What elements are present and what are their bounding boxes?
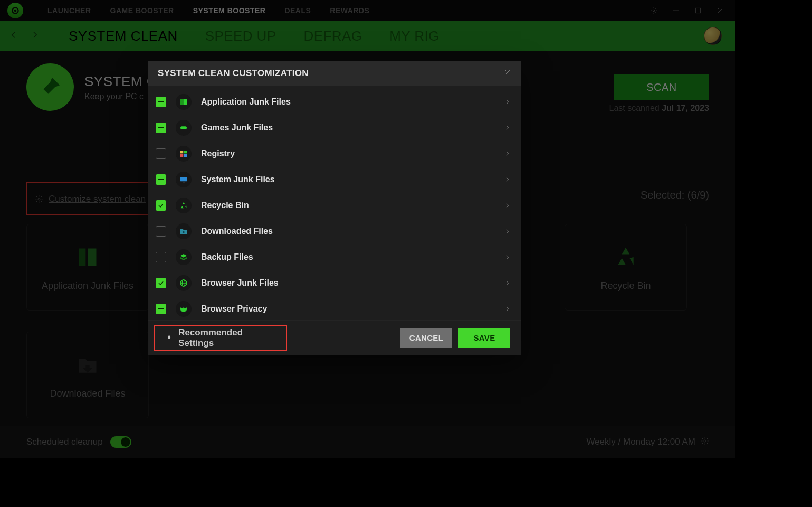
chevron-right-icon[interactable]	[505, 149, 510, 158]
category-row[interactable]: Games Junk Files	[148, 115, 521, 140]
category-icon	[176, 275, 192, 291]
svg-rect-12	[183, 99, 187, 105]
category-icon	[176, 146, 192, 162]
category-icon	[176, 249, 192, 265]
category-label: Recycle Bin	[201, 201, 495, 210]
chevron-right-icon[interactable]	[505, 123, 510, 133]
category-checkbox[interactable]	[156, 304, 166, 314]
category-label: Registry	[201, 149, 495, 158]
category-icon	[176, 301, 192, 317]
category-checkbox[interactable]	[156, 200, 166, 211]
system-clean-customization-modal: SYSTEM CLEAN CUSTOMIZATION Application J…	[148, 61, 521, 355]
modal-category-list: Application Junk FilesGames Junk FilesRe…	[148, 86, 521, 320]
chevron-right-icon[interactable]	[505, 201, 510, 210]
category-checkbox[interactable]	[156, 123, 166, 133]
category-checkbox[interactable]	[156, 148, 166, 159]
category-row[interactable]: Browser Junk Files	[148, 270, 521, 296]
chevron-right-icon[interactable]	[505, 252, 510, 262]
recommended-settings-label: Recommended Settings	[178, 327, 275, 349]
save-button[interactable]: SAVE	[458, 328, 510, 348]
category-icon	[176, 223, 192, 239]
category-row[interactable]: Downloaded Files	[148, 218, 521, 244]
category-label: Backup Files	[201, 252, 495, 262]
chevron-right-icon[interactable]	[505, 278, 510, 288]
svg-rect-15	[184, 151, 187, 153]
modal-footer: Recommended Settings CANCEL SAVE	[148, 320, 521, 355]
category-label: Games Junk Files	[201, 123, 495, 133]
svg-rect-19	[183, 182, 185, 182]
category-icon	[176, 198, 192, 213]
category-row[interactable]: Registry	[148, 140, 521, 166]
svg-rect-14	[180, 151, 183, 153]
category-label: System Junk Files	[201, 175, 495, 184]
category-label: Browser Privacy	[201, 304, 495, 314]
category-row[interactable]: Browser Privacy	[148, 296, 521, 320]
svg-rect-13	[180, 126, 187, 129]
category-icon	[176, 172, 192, 187]
svg-rect-17	[184, 154, 187, 156]
recommended-settings-button[interactable]: Recommended Settings	[154, 325, 287, 351]
svg-rect-11	[180, 99, 183, 105]
category-checkbox[interactable]	[156, 252, 166, 262]
modal-title: SYSTEM CLEAN CUSTOMIZATION	[158, 68, 309, 79]
category-label: Application Junk Files	[201, 97, 495, 107]
category-checkbox[interactable]	[156, 97, 166, 107]
category-checkbox[interactable]	[156, 174, 166, 185]
svg-rect-16	[180, 154, 183, 156]
modal-header: SYSTEM CLEAN CUSTOMIZATION	[148, 61, 521, 86]
category-row[interactable]: Application Junk Files	[148, 89, 521, 115]
chevron-right-icon[interactable]	[505, 97, 510, 107]
category-checkbox[interactable]	[156, 226, 166, 237]
cancel-button[interactable]: CANCEL	[400, 328, 452, 348]
chevron-right-icon[interactable]	[505, 175, 510, 184]
modal-close-icon[interactable]	[504, 68, 511, 79]
category-row[interactable]: Recycle Bin	[148, 192, 521, 218]
category-row[interactable]: System Junk Files	[148, 166, 521, 192]
category-icon	[176, 94, 192, 110]
svg-rect-18	[180, 177, 187, 181]
category-label: Browser Junk Files	[201, 278, 495, 288]
category-icon	[176, 120, 192, 136]
chevron-right-icon[interactable]	[505, 304, 510, 314]
category-label: Downloaded Files	[201, 227, 495, 236]
category-row[interactable]: Backup Files	[148, 244, 521, 270]
category-checkbox[interactable]	[156, 278, 166, 288]
chevron-right-icon[interactable]	[505, 227, 510, 236]
